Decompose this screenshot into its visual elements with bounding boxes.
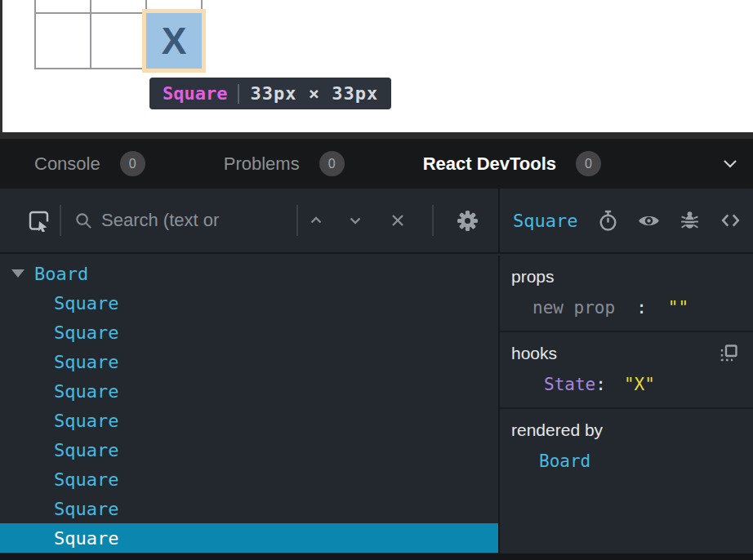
panel-bottom-edge — [0, 553, 753, 560]
components-toolbar — [0, 189, 500, 252]
caret-down-icon[interactable] — [11, 269, 25, 278]
tab-console[interactable]: Console 0 — [34, 151, 145, 176]
parse-hook-names-icon[interactable] — [719, 344, 738, 363]
toolbar-divider — [432, 205, 434, 236]
tab-react-devtools-label: React DevTools — [423, 153, 556, 175]
tree-item-square[interactable]: Square — [0, 347, 498, 376]
prop-row: new prop : "" — [511, 298, 753, 318]
tooltip-dimensions: 33px × 33px — [250, 83, 378, 104]
tree-item-square-selected[interactable]: Square — [0, 523, 498, 553]
props-section: props new prop : "" — [500, 256, 753, 332]
tree-item-label: Square — [54, 322, 118, 343]
component-details: props new prop : "" hooks State : — [500, 256, 753, 553]
search-icon — [74, 211, 93, 230]
stopwatch-icon[interactable] — [598, 210, 618, 232]
rendered-by-header: rendered by — [511, 420, 603, 440]
selected-component-header: Square — [500, 189, 753, 252]
tree-item-label: Square — [54, 440, 118, 460]
props-header: props — [511, 267, 555, 287]
board-cell[interactable] — [36, 0, 90, 12]
tree-item-board[interactable]: Board — [0, 259, 498, 288]
bug-icon[interactable] — [679, 210, 700, 232]
tab-react-devtools[interactable]: React DevTools 0 — [423, 151, 601, 176]
tree-item-label: Square — [54, 381, 118, 402]
rendered-by-owner[interactable]: Board — [511, 451, 753, 471]
tree-item-label: Square — [54, 528, 118, 549]
tab-console-label: Console — [34, 153, 100, 175]
component-tree: Board Square Square Square Square Square… — [0, 256, 500, 553]
tree-item-square[interactable]: Square — [0, 288, 498, 318]
chevron-down-icon[interactable] — [345, 211, 365, 230]
tree-item-square[interactable]: Square — [0, 318, 498, 347]
devtools-main: Board Square Square Square Square Square… — [0, 256, 753, 553]
colon: : — [595, 375, 606, 394]
tree-item-label: Square — [54, 469, 118, 490]
window-left-edge — [0, 0, 2, 132]
board-cell[interactable] — [91, 0, 145, 12]
tree-item-square[interactable]: Square — [0, 494, 498, 523]
chevron-up-icon[interactable] — [306, 211, 326, 230]
tree-item-label: Square — [54, 499, 118, 519]
selected-component-name: Square — [513, 211, 577, 231]
devtools-toolbar: Square — [0, 189, 753, 254]
inspect-highlight-content: X — [146, 13, 202, 69]
tab-console-badge: 0 — [120, 151, 145, 176]
new-prop-field[interactable]: new prop — [532, 298, 615, 318]
colon: : — [636, 298, 647, 318]
tictactoe-board: X — [34, 0, 203, 69]
state-hook-label[interactable]: State — [544, 375, 595, 394]
panel-top-separator — [0, 132, 753, 139]
browser-page: X Square 33px × 33px — [0, 0, 753, 132]
view-source-icon[interactable] — [720, 211, 742, 230]
tooltip-divider — [238, 84, 239, 104]
tab-problems-label: Problems — [224, 153, 300, 175]
settings-gear-icon[interactable] — [457, 210, 479, 232]
tree-item-square[interactable]: Square — [0, 435, 498, 464]
tree-item-label: Board — [34, 264, 88, 284]
tree-item-label: Square — [54, 352, 118, 372]
tree-item-label: Square — [54, 411, 118, 431]
tree-item-label: Square — [54, 293, 118, 313]
tab-problems[interactable]: Problems 0 — [224, 151, 345, 176]
hooks-header: hooks — [511, 344, 557, 363]
tooltip-component-name: Square — [163, 83, 227, 104]
tree-item-square[interactable]: Square — [0, 464, 498, 494]
toolbar-divider — [60, 205, 61, 236]
clear-search-icon[interactable] — [388, 211, 408, 230]
tab-problems-badge: 0 — [319, 151, 345, 176]
tree-item-square[interactable]: Square — [0, 406, 498, 435]
prop-value[interactable]: "" — [668, 298, 688, 318]
tab-react-devtools-badge: 0 — [576, 151, 601, 176]
devtools-tabbar: Console 0 Problems 0 React DevTools 0 — [0, 139, 753, 189]
eye-icon[interactable] — [638, 213, 660, 229]
toolbar-divider — [296, 205, 298, 236]
inspect-tooltip: Square 33px × 33px — [149, 78, 391, 109]
state-hook-value[interactable]: "X" — [624, 375, 655, 394]
chevron-down-icon[interactable] — [720, 154, 740, 174]
board-cell-highlighted[interactable]: X — [147, 14, 201, 68]
hooks-section: hooks State : "X" — [500, 332, 753, 409]
board-cell[interactable] — [91, 14, 145, 68]
board-cell[interactable] — [36, 14, 90, 68]
search-input[interactable] — [101, 210, 277, 231]
tree-item-square[interactable]: Square — [0, 376, 498, 406]
hook-row: State : "X" — [511, 375, 753, 394]
rendered-by-section: rendered by Board — [500, 409, 753, 484]
inspect-element-icon[interactable] — [28, 210, 50, 232]
